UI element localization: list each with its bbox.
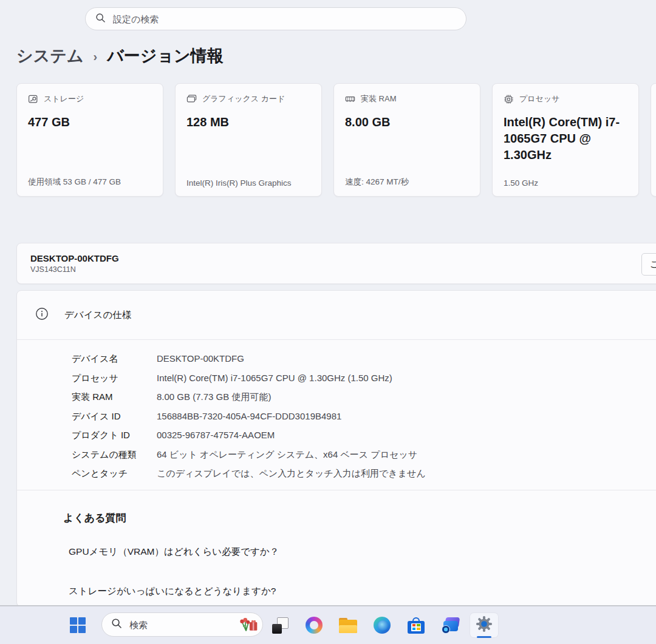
storage-icon — [28, 94, 38, 104]
spec-label: システムの種類 — [72, 445, 157, 464]
spec-label: プロセッサ — [72, 368, 157, 388]
settings-search-box[interactable] — [85, 7, 466, 30]
device-specs-card: デバイスの仕様 デバイス名 DESKTOP-00KTDFG プロセッサ Inte… — [16, 290, 656, 607]
spec-value: Intel(R) Core(TM) i7-1065G7 CPU @ 1.30GH… — [157, 368, 392, 388]
spec-label: デバイス ID — [72, 407, 157, 426]
spec-value: 64 ビット オペレーティング システム、x64 ベース プロセッサ — [157, 445, 417, 464]
card-graphics: グラフィックス カード 128 MB Intel(R) Iris(R) Plus… — [175, 83, 322, 197]
card-label: プロセッサ — [519, 93, 560, 104]
breadcrumb: システム › バージョン情報 — [16, 45, 224, 67]
spec-label: ペンとタッチ — [72, 464, 157, 483]
task-view-button[interactable] — [263, 612, 297, 638]
edge-icon — [374, 617, 391, 634]
active-app-indicator — [477, 636, 491, 638]
device-specs-table: デバイス名 DESKTOP-00KTDFG プロセッサ Intel(R) Cor… — [17, 340, 656, 490]
info-icon — [35, 307, 49, 323]
edge-button[interactable] — [365, 612, 399, 638]
spec-value: 00325-96787-47574-AAOEM — [157, 425, 275, 445]
taskbar-search-box[interactable] — [101, 612, 263, 637]
page-title: バージョン情報 — [107, 45, 224, 67]
device-name: DESKTOP-00KTDFG — [30, 253, 656, 263]
rename-pc-button[interactable]: この PC の名前を変更 — [641, 253, 656, 276]
spec-value: 156884BB-7320-405A-94CF-DDD3019B4981 — [157, 407, 341, 426]
spec-row-system-type: システムの種類 64 ビット オペレーティング システム、x64 ベース プロセ… — [72, 445, 656, 464]
start-button[interactable] — [66, 613, 90, 637]
card-storage: ストレージ 477 GB 使用領域 53 GB / 477 GB — [16, 83, 163, 197]
card-footer: Intel(R) Iris(R) Plus Graphics — [186, 178, 313, 188]
card-value: 477 GB — [28, 114, 152, 130]
copilot-icon — [306, 617, 323, 634]
taskbar — [0, 606, 656, 644]
copilot-button[interactable] — [297, 612, 331, 638]
spec-row-device-id: デバイス ID 156884BB-7320-405A-94CF-DDD3019B… — [72, 407, 656, 426]
spec-row-ram: 実装 RAM 8.00 GB (7.73 GB 使用可能) — [72, 387, 656, 407]
breadcrumb-chevron-icon: › — [94, 49, 98, 64]
spec-value: このディスプレイでは、ペン入力とタッチ入力は利用できません — [157, 464, 426, 483]
card-processor: プロセッサ Intel(R) Core(TM) i7-1065G7 CPU @ … — [492, 83, 639, 197]
device-name-card: DESKTOP-00KTDFG VJS143C11N — [16, 243, 656, 284]
card-label: グラフィックス カード — [202, 93, 285, 104]
faq-section: よくある質問 GPUメモリ（VRAM）はどれくらい必要ですか？ ストレージがいっ… — [17, 490, 656, 598]
faq-question-vram[interactable]: GPUメモリ（VRAM）はどれくらい必要ですか？ — [69, 546, 656, 558]
device-specs-title: デバイスの仕様 — [64, 309, 131, 322]
file-explorer-icon — [339, 618, 357, 633]
faq-title: よくある質問 — [63, 511, 656, 525]
file-explorer-button[interactable] — [331, 612, 365, 638]
search-icon — [95, 13, 106, 25]
search-highlight-festive-icon[interactable] — [238, 617, 259, 632]
settings-gear-icon — [475, 615, 493, 636]
card-value: 8.00 GB — [345, 114, 469, 130]
settings-window: システム › バージョン情報 ストレージ 477 GB 使用領域 53 GB /… — [0, 0, 656, 644]
settings-button[interactable] — [467, 612, 501, 638]
card-footer: 速度: 4267 MT/秒 — [345, 177, 471, 188]
card-partial — [651, 83, 656, 197]
spec-row-product-id: プロダクト ID 00325-96787-47574-AAOEM — [72, 425, 656, 445]
spec-row-device-name: デバイス名 DESKTOP-00KTDFG — [72, 349, 656, 368]
card-value: Intel(R) Core(TM) i7-1065G7 CPU @ 1.30GH… — [504, 114, 627, 163]
spec-label: プロダクト ID — [72, 425, 157, 445]
graphics-card-icon — [186, 94, 197, 104]
spec-row-pen-touch: ペンとタッチ このディスプレイでは、ペン入力とタッチ入力は利用できません — [72, 464, 656, 483]
spec-value: DESKTOP-00KTDFG — [157, 349, 244, 368]
device-model: VJS143C11N — [30, 265, 656, 274]
processor-icon — [504, 94, 514, 104]
photos-icon — [442, 617, 459, 634]
microsoft-store-icon — [408, 617, 425, 634]
spec-value: 8.00 GB (7.73 GB 使用可能) — [157, 387, 271, 407]
card-footer: 使用領域 53 GB / 477 GB — [28, 177, 154, 188]
faq-question-storage[interactable]: ストレージがいっぱいになるとどうなりますか? — [69, 585, 656, 598]
card-label: 実装 RAM — [361, 93, 397, 104]
card-footer: 1.50 GHz — [504, 178, 630, 188]
taskbar-search-input[interactable] — [128, 619, 210, 631]
windows-logo-icon — [70, 617, 86, 633]
search-icon — [111, 618, 122, 631]
photos-button[interactable] — [433, 612, 467, 638]
spec-label: 実装 RAM — [72, 387, 157, 407]
breadcrumb-system[interactable]: システム — [16, 45, 84, 67]
task-view-icon — [272, 617, 289, 634]
spec-row-processor: プロセッサ Intel(R) Core(TM) i7-1065G7 CPU @ … — [72, 368, 656, 388]
spec-cards-row: ストレージ 477 GB 使用領域 53 GB / 477 GB グラフィックス… — [16, 83, 656, 197]
microsoft-store-button[interactable] — [399, 612, 433, 638]
card-label: ストレージ — [44, 93, 84, 104]
device-specs-expander[interactable]: デバイスの仕様 — [17, 291, 656, 339]
card-value: 128 MB — [186, 114, 310, 130]
card-ram: 実装 RAM 8.00 GB 速度: 4267 MT/秒 — [333, 83, 480, 197]
ram-icon — [345, 94, 355, 104]
spec-label: デバイス名 — [72, 349, 157, 368]
taskbar-app-icons — [263, 612, 501, 638]
settings-search-input[interactable] — [112, 13, 456, 25]
